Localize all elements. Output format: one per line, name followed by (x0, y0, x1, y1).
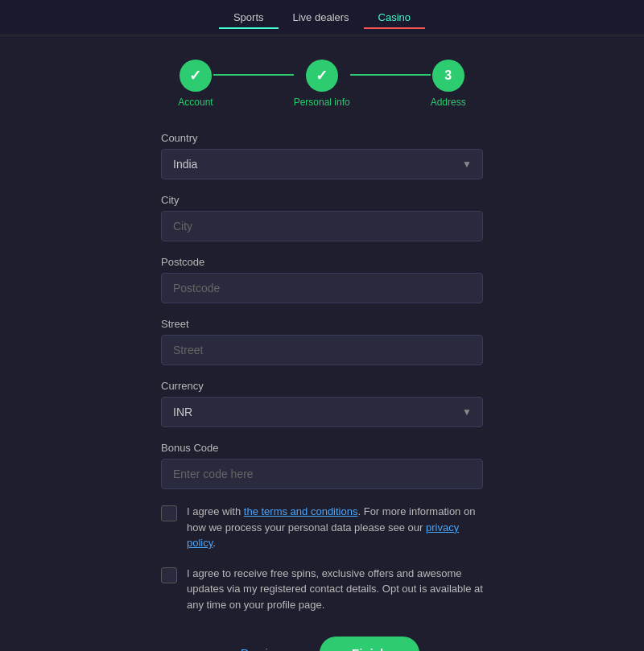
city-input[interactable] (161, 211, 483, 241)
street-label: Street (161, 318, 483, 330)
step-personal: ✓ Personal info (294, 60, 350, 108)
street-field-group: Street (161, 318, 483, 365)
step-line-1 (213, 74, 294, 76)
bonus-input[interactable] (161, 459, 483, 489)
step-1-circle: ✓ (180, 60, 212, 92)
nav-sports[interactable]: Sports (219, 6, 279, 28)
finish-button[interactable]: Finish (320, 637, 419, 651)
postcode-field-group: Postcode (161, 256, 483, 303)
main-container: ✓ Account ✓ Personal info 3 Address Coun… (0, 35, 644, 651)
country-select[interactable]: India USA UK Australia (161, 149, 483, 179)
currency-label: Currency (161, 380, 483, 392)
postcode-input[interactable] (161, 273, 483, 303)
step-2-circle: ✓ (306, 60, 338, 92)
country-label: Country (161, 132, 483, 144)
currency-select[interactable]: INR USD EUR GBP (161, 397, 483, 427)
step-3-circle: 3 (432, 60, 464, 92)
previous-button[interactable]: Previous (225, 637, 303, 651)
stepper: ✓ Account ✓ Personal info 3 Address (32, 60, 612, 108)
currency-select-wrapper: INR USD EUR GBP ▼ (161, 397, 483, 427)
marketing-checkbox[interactable] (161, 567, 177, 583)
marketing-checkbox-group: I agree to receive free spins, exclusive… (161, 566, 483, 613)
step-1-label: Account (178, 97, 213, 108)
nav-casino[interactable]: Casino (364, 6, 425, 28)
terms-text-before: I agree with (187, 505, 244, 517)
terms-checkbox[interactable] (161, 505, 177, 521)
step-2-label: Personal info (294, 97, 350, 108)
country-field-group: Country India USA UK Australia ▼ (161, 132, 483, 179)
postcode-label: Postcode (161, 256, 483, 268)
step-3-label: Address (431, 97, 466, 108)
bonus-field-group: Bonus Code (161, 442, 483, 489)
registration-form: Country India USA UK Australia ▼ City Po… (161, 132, 483, 651)
terms-text-end: . (213, 537, 216, 549)
step-address: 3 Address (431, 60, 466, 108)
marketing-text: I agree to receive free spins, exclusive… (187, 566, 483, 613)
nav-live-dealers[interactable]: Live dealers (279, 6, 364, 28)
country-select-wrapper: India USA UK Australia ▼ (161, 149, 483, 179)
terms-text: I agree with the terms and conditions. F… (187, 504, 483, 551)
step-line-2 (350, 74, 431, 76)
bonus-label: Bonus Code (161, 442, 483, 454)
form-footer: Previous Finish (161, 628, 483, 651)
top-navigation: Sports Live dealers Casino (0, 0, 644, 35)
street-input[interactable] (161, 335, 483, 365)
step-account: ✓ Account (178, 60, 213, 108)
city-field-group: City (161, 194, 483, 241)
city-label: City (161, 194, 483, 206)
terms-checkbox-group: I agree with the terms and conditions. F… (161, 504, 483, 551)
terms-link[interactable]: the terms and conditions (244, 505, 358, 517)
currency-field-group: Currency INR USD EUR GBP ▼ (161, 380, 483, 427)
